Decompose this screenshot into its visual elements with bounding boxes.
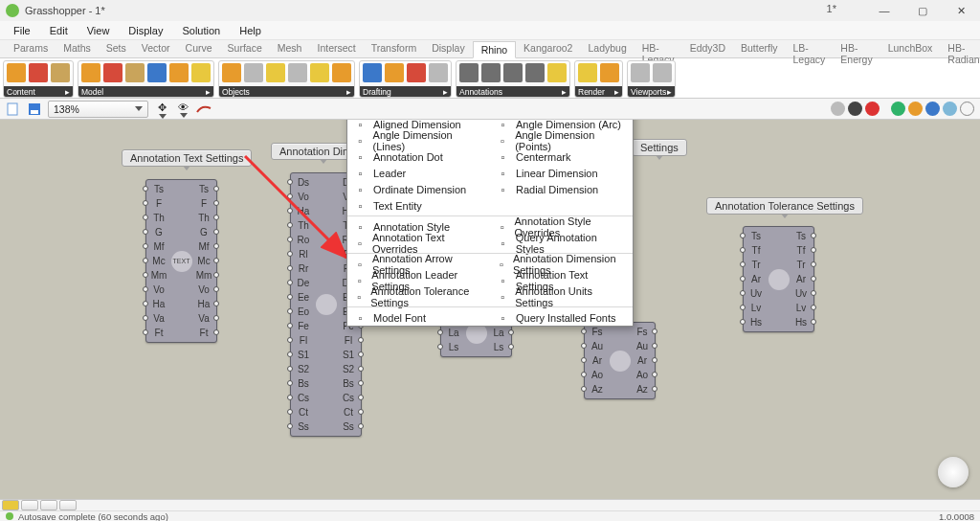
tab-sets[interactable]: Sets: [99, 40, 134, 57]
socket[interactable]: [143, 186, 148, 192]
shelf-group-label[interactable]: Render▸: [575, 86, 622, 97]
shelf-tool-icon[interactable]: [103, 63, 122, 82]
socket[interactable]: [287, 337, 293, 343]
shelf-tool-icon[interactable]: [310, 63, 329, 82]
node-port[interactable]: TsTs: [744, 229, 813, 243]
shelf-tool-icon[interactable]: [503, 63, 523, 82]
socket[interactable]: [437, 329, 443, 335]
socket[interactable]: [143, 215, 148, 220]
display-ball-3[interactable]: [865, 102, 880, 116]
socket[interactable]: [287, 409, 293, 415]
shelf-tool-icon[interactable]: [191, 63, 211, 82]
socket[interactable]: [437, 344, 443, 350]
node-port[interactable]: TsTs: [146, 182, 216, 196]
menu-solution[interactable]: Solution: [174, 24, 228, 37]
socket[interactable]: [581, 328, 587, 334]
tab-butterfly[interactable]: Butterfly: [733, 40, 786, 57]
socket[interactable]: [287, 395, 293, 400]
node-annotation-tolerance-settings[interactable]: TsTsTfTfTrTrArArUvUvLvLvHsHs: [743, 226, 814, 332]
tab-lunchbox[interactable]: LunchBox: [880, 40, 941, 57]
socket[interactable]: [740, 276, 746, 282]
tab-ladybug[interactable]: Ladybug: [580, 40, 634, 57]
socket[interactable]: [143, 200, 148, 206]
socket[interactable]: [740, 233, 746, 238]
arrows-icon[interactable]: ✥: [154, 102, 169, 117]
node-port[interactable]: CtCt: [291, 405, 361, 419]
tab-params[interactable]: Params: [6, 40, 56, 57]
display-ball-6[interactable]: [925, 102, 940, 116]
shelf-tool-icon[interactable]: [600, 63, 619, 82]
menu-item-linear-dimension[interactable]: ▫Linear Dimension: [490, 165, 633, 181]
eye-icon[interactable]: 👁: [175, 102, 190, 117]
node-port[interactable]: BsBs: [291, 376, 361, 391]
shelf-tool-icon[interactable]: [266, 63, 285, 82]
shelf-tool-icon[interactable]: [363, 63, 382, 82]
socket[interactable]: [508, 329, 514, 335]
socket[interactable]: [287, 222, 293, 228]
socket[interactable]: [213, 258, 219, 263]
shelf-tool-icon[interactable]: [51, 63, 70, 82]
socket[interactable]: [811, 305, 816, 310]
tab-display[interactable]: Display: [424, 40, 472, 57]
tab-lb-legacy[interactable]: LB-Legacy: [786, 40, 834, 57]
socket[interactable]: [287, 366, 293, 372]
menu-item-leader[interactable]: ▫Leader: [347, 165, 490, 181]
menu-display[interactable]: Display: [121, 24, 170, 37]
maximize-button[interactable]: ▢: [903, 0, 942, 21]
menu-item-query-annotation-styles[interactable]: ▫Query Annotation Styles: [490, 235, 633, 251]
shelf-tool-icon[interactable]: [81, 63, 100, 82]
menu-item-ordinate-dimension[interactable]: ▫Ordinate Dimension: [347, 181, 490, 197]
socket[interactable]: [287, 179, 293, 185]
shelf-group-label[interactable]: Model▸: [78, 86, 213, 97]
compass-widget[interactable]: [938, 457, 969, 487]
save-icon[interactable]: [27, 102, 42, 117]
socket[interactable]: [287, 294, 293, 300]
shelf-group-label[interactable]: Viewports▸: [628, 86, 675, 97]
socket[interactable]: [740, 290, 746, 296]
shelf-group-label[interactable]: Drafting▸: [360, 86, 451, 97]
tab-hb-energy[interactable]: HB-Energy: [833, 40, 880, 57]
socket[interactable]: [740, 319, 746, 325]
shelf-tool-icon[interactable]: [244, 63, 263, 82]
socket[interactable]: [652, 328, 657, 334]
node-port[interactable]: S2S2: [291, 362, 361, 376]
socket[interactable]: [811, 276, 816, 282]
node-port[interactable]: CsCs: [291, 391, 361, 405]
shelf-tool-icon[interactable]: [147, 63, 167, 82]
node-port[interactable]: LvLv: [744, 301, 813, 315]
socket[interactable]: [287, 208, 293, 214]
menu-item-model-font[interactable]: ▫Model Font: [347, 309, 490, 326]
socket[interactable]: [811, 247, 816, 253]
node-port[interactable]: AzAz: [585, 382, 655, 396]
shelf-tool-icon[interactable]: [407, 63, 426, 82]
shelf-tool-icon[interactable]: [332, 63, 351, 82]
socket[interactable]: [143, 329, 148, 335]
shelf-group-label[interactable]: Objects▸: [219, 86, 354, 97]
menu-item-annotation-tolerance-settings[interactable]: ▫Annotation Tolerance Settings: [347, 288, 490, 305]
bottom-btn-2[interactable]: [21, 500, 38, 510]
close-button[interactable]: ✕: [942, 0, 980, 21]
display-ball-8[interactable]: [960, 102, 974, 116]
socket[interactable]: [581, 372, 587, 377]
socket[interactable]: [358, 423, 364, 429]
node-port[interactable]: FF: [146, 196, 216, 211]
node-port[interactable]: VaVa: [146, 311, 216, 326]
socket[interactable]: [358, 395, 364, 400]
shelf-tool-icon[interactable]: [385, 63, 404, 82]
shelf-tool-icon[interactable]: [222, 63, 241, 82]
shelf-tool-icon[interactable]: [459, 63, 479, 82]
menu-item-radial-dimension[interactable]: ▫Radial Dimension: [490, 181, 633, 197]
node-port[interactable]: HsHs: [744, 315, 813, 329]
socket[interactable]: [358, 351, 364, 357]
new-doc-icon[interactable]: [6, 102, 21, 117]
bottom-btn-4[interactable]: [59, 500, 77, 510]
node-annotation-units-settings[interactable]: FsFsAuAuArArAoAoAzAz: [584, 322, 656, 399]
socket[interactable]: [581, 343, 587, 349]
menu-view[interactable]: View: [79, 24, 118, 37]
socket[interactable]: [213, 186, 219, 192]
sketch-icon[interactable]: [196, 102, 212, 117]
menu-file[interactable]: File: [6, 24, 38, 37]
menu-item-angle-dimension-lines-[interactable]: ▫Angle Dimension (Lines): [347, 132, 490, 148]
socket[interactable]: [740, 247, 746, 253]
socket[interactable]: [287, 323, 293, 328]
